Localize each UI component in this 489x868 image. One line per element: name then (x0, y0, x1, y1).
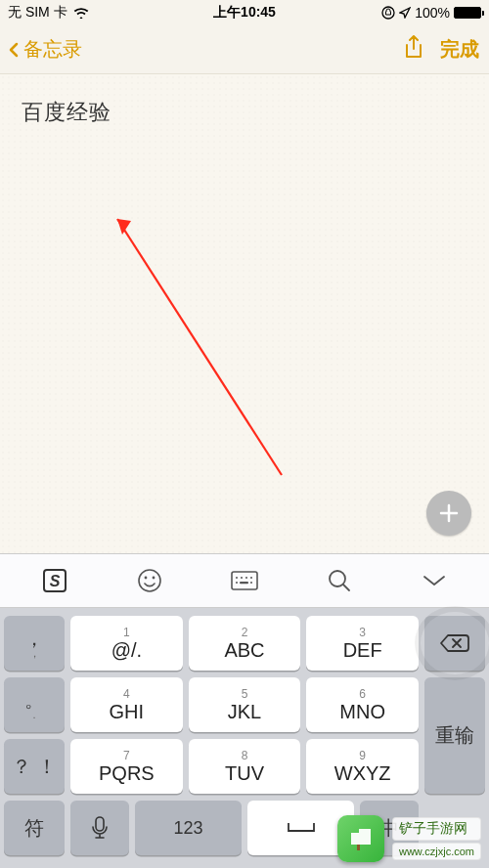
svg-point-10 (241, 577, 243, 579)
key-comma-label: ， (24, 629, 44, 648)
microphone-icon (90, 815, 110, 841)
svg-point-12 (250, 577, 252, 579)
watermark-url: www.czjxjc.com (392, 843, 481, 860)
svg-rect-18 (96, 817, 104, 831)
svg-marker-2 (117, 219, 131, 235)
key-4[interactable]: 4GHI (70, 677, 183, 732)
space-icon (287, 821, 316, 835)
key-mic[interactable] (70, 801, 129, 855)
key-retype[interactable]: 重输 (424, 677, 485, 794)
key-5[interactable]: 5JKL (189, 677, 301, 732)
svg-line-17 (343, 585, 349, 590)
svg-text:S: S (50, 573, 61, 589)
svg-point-13 (236, 582, 238, 584)
svg-rect-15 (240, 582, 248, 584)
key-2[interactable]: 2ABC (189, 616, 301, 671)
add-button[interactable] (426, 491, 471, 536)
emoji-icon (137, 568, 162, 593)
keyboard-toolbar: S (0, 553, 489, 608)
status-time: 上午10:45 (0, 4, 489, 22)
sogou-logo-icon: S (41, 567, 68, 594)
svg-rect-19 (357, 845, 360, 850)
plus-icon (438, 502, 460, 524)
note-body[interactable]: 百度经验 (0, 74, 489, 553)
svg-point-14 (250, 582, 252, 584)
collapse-keyboard-button[interactable] (418, 564, 451, 597)
done-button[interactable]: 完成 (440, 36, 479, 63)
note-text: 百度经验 (22, 98, 467, 127)
key-period[interactable]: 。 . (4, 677, 65, 732)
chevron-down-icon (422, 573, 447, 588)
key-9[interactable]: 9WXYZ (306, 739, 419, 794)
battery-icon (454, 7, 481, 19)
key-8[interactable]: 8TUV (189, 739, 301, 794)
svg-point-5 (139, 570, 160, 591)
key-1[interactable]: 1@/. (70, 616, 183, 671)
key-3[interactable]: 3DEF (306, 616, 419, 671)
key-symbol[interactable]: 符 (4, 801, 65, 855)
emoji-button[interactable] (133, 564, 166, 597)
watermark: 铲子手游网 www.czjxjc.com (330, 809, 489, 868)
svg-line-1 (117, 219, 282, 475)
share-button[interactable] (403, 35, 424, 65)
backspace-icon (439, 632, 470, 654)
nav-bar: 备忘录 完成 (0, 25, 489, 74)
sogou-logo-button[interactable]: S (38, 564, 71, 597)
svg-rect-8 (232, 572, 257, 589)
svg-point-9 (236, 577, 238, 579)
key-123[interactable]: 123 (135, 801, 242, 855)
watermark-logo-icon (337, 815, 384, 862)
key-period-label: 。 (24, 690, 44, 710)
svg-point-6 (145, 577, 148, 580)
key-question-exclaim[interactable]: ？ ！ (4, 739, 65, 794)
search-icon (327, 568, 352, 593)
watermark-text: 铲子手游网 (392, 817, 481, 841)
chevron-left-icon (6, 42, 22, 58)
keyboard-layout-button[interactable] (228, 564, 261, 597)
status-bar: 无 SIM 卡 上午10:45 100% (0, 0, 489, 25)
key-comma-period[interactable]: ， ， (4, 616, 65, 671)
key-7[interactable]: 7PQRS (70, 739, 183, 794)
back-label: 备忘录 (23, 36, 82, 63)
key-backspace[interactable] (424, 616, 485, 671)
key-6[interactable]: 6MNO (306, 677, 419, 732)
search-button[interactable] (323, 564, 356, 597)
back-button[interactable]: 备忘录 (6, 36, 82, 63)
svg-point-7 (153, 577, 156, 580)
svg-point-11 (245, 577, 247, 579)
annotation-arrow (106, 211, 301, 495)
share-icon (403, 35, 424, 61)
keyboard-icon (230, 570, 259, 591)
